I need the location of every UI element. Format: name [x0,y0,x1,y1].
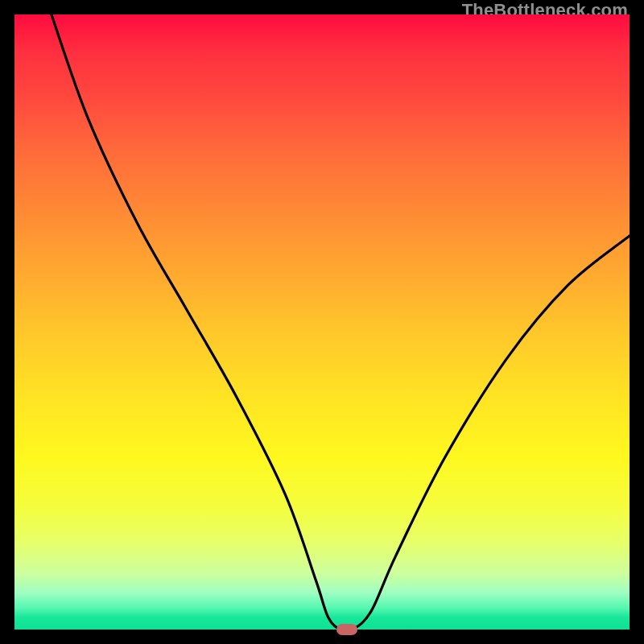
bottleneck-curve [52,14,630,630]
chart-frame: TheBottleneck.com [0,0,644,644]
curve-svg [14,14,630,630]
optimal-point-marker [336,624,357,635]
plot-area [14,14,630,630]
